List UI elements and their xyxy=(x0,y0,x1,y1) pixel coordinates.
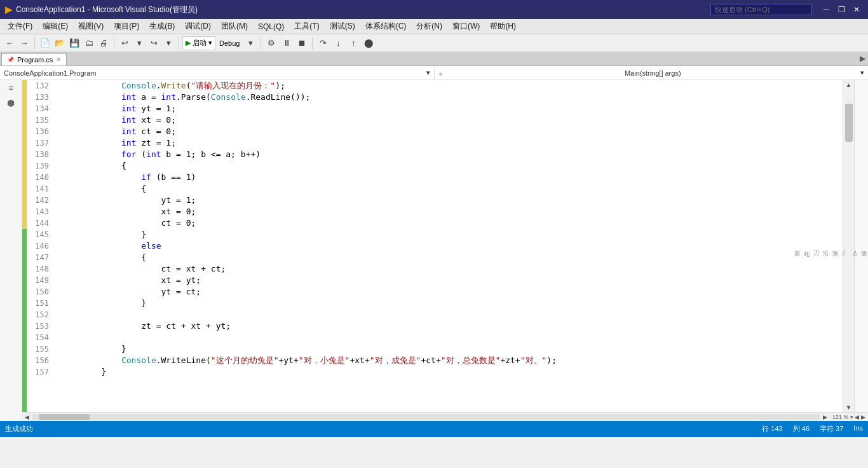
tb-undo-btn[interactable]: ↩ xyxy=(118,36,132,50)
line-number: 141 xyxy=(27,183,53,195)
tb-save-btn[interactable]: 💾 xyxy=(67,36,81,50)
restore-button[interactable]: ❐ xyxy=(835,3,848,16)
vs-logo: ▶ xyxy=(5,4,12,15)
line-number: 140 xyxy=(27,172,53,183)
scroll-down-btn[interactable]: ▼ xyxy=(844,403,853,412)
line-numbers: 1321331341351361371381391401411421431441… xyxy=(27,80,57,412)
line-number: 150 xyxy=(27,286,53,298)
code-line: xt = 0; xyxy=(62,206,837,217)
hscroll-track[interactable] xyxy=(32,414,820,420)
tb-fwd-btn[interactable]: → xyxy=(17,36,31,50)
tb-print-btn[interactable]: 🖨 xyxy=(97,36,111,50)
menu-project[interactable]: 项目(P) xyxy=(109,20,144,33)
toolbar-group-undo: ↩ ▾ ↪ ▾ xyxy=(118,36,175,50)
tb-step-over-btn[interactable]: ↷ xyxy=(316,36,330,50)
line-number: 138 xyxy=(27,149,53,160)
menu-view[interactable]: 视图(V) xyxy=(73,20,109,33)
code-line xyxy=(62,309,837,320)
line-number: 155 xyxy=(27,343,53,355)
tb-sep-1 xyxy=(34,37,35,50)
menu-debug[interactable]: 调试(D) xyxy=(180,20,216,33)
hscroll-thumb[interactable] xyxy=(39,414,90,420)
tb-break-btn[interactable]: ⏸ xyxy=(280,36,294,50)
tb-sep-5 xyxy=(312,37,313,50)
ind-yellow-2 xyxy=(22,92,27,103)
tb-attach-btn[interactable]: ⚙ xyxy=(264,36,278,50)
toolbar-group-file: 📄 📂 💾 🗂 🖨 xyxy=(38,36,111,50)
menu-help[interactable]: 帮助(H) xyxy=(485,20,521,33)
tab-bar: 📌 Program.cs ✕ ▶ xyxy=(0,52,868,66)
scroll-track[interactable] xyxy=(845,91,853,401)
menu-sql[interactable]: SQL(Q) xyxy=(253,21,289,32)
title-bar: ▶ ConsoleApplication1 - Microsoft Visual… xyxy=(0,0,868,19)
tb-saveall-btn[interactable]: 🗂 xyxy=(82,36,96,50)
tab-close-icon[interactable]: ✕ xyxy=(56,56,61,63)
line-number: 153 xyxy=(27,320,53,332)
tb-step-out-btn[interactable]: ↑ xyxy=(346,36,360,50)
tb-start-label: 启动 ▾ xyxy=(193,38,212,48)
tb-step-into-btn[interactable]: ↓ xyxy=(331,36,345,50)
code-line: { xyxy=(62,160,837,172)
tb-debug-drop[interactable]: ▾ xyxy=(243,36,257,50)
ind-yellow-11 xyxy=(22,195,27,206)
gutter-icon-2[interactable]: ⬢ xyxy=(7,98,15,108)
status-row: 行 143 xyxy=(762,424,782,434)
line-number: 144 xyxy=(27,217,53,229)
menu-build[interactable]: 生成(B) xyxy=(144,20,180,33)
menu-bar: 文件(F) 编辑(E) 视图(V) 项目(P) 生成(B) 调试(D) 团队(M… xyxy=(0,19,868,34)
code-area[interactable]: Console.Write("请输入现在的月份："); int a = int.… xyxy=(57,80,843,412)
code-line: else xyxy=(62,240,837,252)
quick-launch-input[interactable] xyxy=(710,4,812,15)
menu-analyze[interactable]: 分析(N) xyxy=(411,20,447,33)
tb-redo-drop[interactable]: ▾ xyxy=(161,36,175,50)
hscroll-right-btn[interactable]: ▶ xyxy=(821,414,830,420)
code-line: Console.Write("请输入现在的月份："); xyxy=(62,80,837,92)
line-number: 132 xyxy=(27,80,53,92)
ind-green-16 xyxy=(22,401,27,412)
tb-back-btn[interactable]: ← xyxy=(3,36,17,50)
ind-green-6 xyxy=(22,286,27,298)
line-number: 136 xyxy=(27,126,53,137)
nav-class-chevron: ▾ xyxy=(426,69,430,77)
tb-open-btn[interactable]: 📂 xyxy=(53,36,67,50)
line-number: 139 xyxy=(27,160,53,172)
hscroll-left-btn[interactable]: ◀ xyxy=(22,414,31,420)
scroll-thumb[interactable] xyxy=(845,104,853,142)
menu-file[interactable]: 文件(F) xyxy=(3,20,37,33)
menu-edit[interactable]: 编辑(E) xyxy=(37,20,73,33)
line-number: 146 xyxy=(27,240,53,252)
tb-redo-btn[interactable]: ↪ xyxy=(147,36,161,50)
tb-start-dropdown[interactable]: ▶ 启动 ▾ xyxy=(182,36,215,50)
menu-test[interactable]: 测试(S) xyxy=(325,20,360,33)
close-button[interactable]: ✕ xyxy=(850,3,863,16)
nav-class-dropdown[interactable]: ConsoleApplication1.Program ▾ xyxy=(0,66,435,79)
menu-team[interactable]: 团队(M) xyxy=(216,20,253,33)
line-number: 145 xyxy=(27,229,53,240)
scrollbar-horizontal[interactable]: ◀ ▶ 121 % ▾ ◀ ▶ xyxy=(22,412,868,421)
tb-undo-drop[interactable]: ▾ xyxy=(132,36,146,50)
menu-tools[interactable]: 工具(T) xyxy=(289,20,324,33)
ind-green-7 xyxy=(22,298,27,309)
code-line: } xyxy=(62,298,837,309)
tab-scroll-right[interactable]: ▶ xyxy=(857,52,868,65)
nav-method-dropdown[interactable]: ⬦ Main(string[] args) ▾ xyxy=(435,66,869,79)
tb-new-btn[interactable]: 📄 xyxy=(38,36,52,50)
gutter-icon-1[interactable]: ≡ xyxy=(8,83,13,93)
tb-bp-btn[interactable]: ⬤ xyxy=(362,36,376,50)
zoom-label[interactable]: 121 % ▾ ◀ ▶ xyxy=(832,414,865,420)
code-line: for (int b = 1; b <= a; b++) xyxy=(62,149,837,160)
minimize-button[interactable]: ─ xyxy=(820,3,832,16)
line-number: 133 xyxy=(27,92,53,103)
window-controls: ─ ❐ ✕ xyxy=(820,3,863,16)
tab-label: Program.cs xyxy=(17,56,53,64)
tab-program-cs[interactable]: 📌 Program.cs ✕ xyxy=(1,53,67,65)
scrollbar-right[interactable]: ▲ ▼ xyxy=(843,80,854,412)
menu-arch[interactable]: 体系结构(C) xyxy=(360,20,412,33)
tb-sep-4 xyxy=(261,37,261,50)
scroll-up-btn[interactable]: ▲ xyxy=(844,80,853,90)
code-line: ct = 0; xyxy=(62,217,837,229)
line-number: 149 xyxy=(27,275,53,286)
menu-window[interactable]: 窗口(W) xyxy=(447,20,485,33)
ind-green-8 xyxy=(22,309,27,320)
tb-stop-btn[interactable]: ⏹ xyxy=(295,36,309,50)
